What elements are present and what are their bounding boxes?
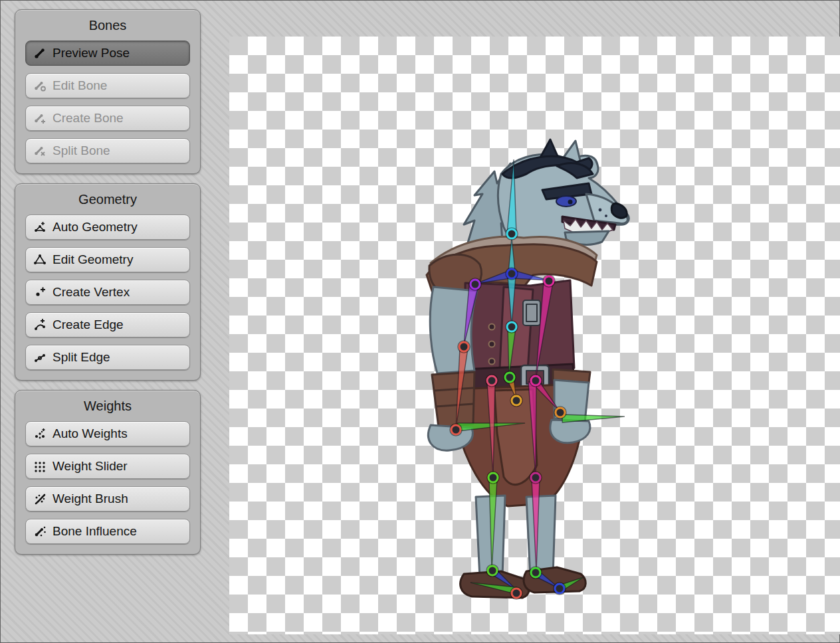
create-bone-icon [33,112,47,125]
edit-bone-icon [33,79,47,92]
edit-bone-button[interactable]: Edit Bone [25,73,190,98]
button-label: Preview Pose [52,46,130,60]
create-edge-button[interactable]: Create Edge [25,312,190,337]
split-edge-icon [33,351,47,364]
tool-sidebar: BonesPreview PoseEdit BoneCreate BoneSpl… [15,9,201,564]
auto-geometry-button[interactable]: Auto Geometry [25,215,190,240]
button-label: Edit Geometry [52,252,133,267]
split-bone-icon [33,144,47,157]
auto-geometry-icon [33,221,47,234]
button-label: Weight Brush [52,492,128,506]
preview-pose-icon [33,46,47,60]
panel-title-weights: Weights [15,391,200,421]
create-edge-icon [33,318,47,331]
weight-slider-icon [33,460,47,473]
panel-title-geometry: Geometry [15,184,200,215]
button-label: Split Edge [52,350,110,365]
weight-brush-button[interactable]: Weight Brush [25,486,190,511]
create-vertex-icon [33,286,47,299]
panel-bones: BonesPreview PoseEdit BoneCreate BoneSpl… [15,9,201,174]
bone-influence-icon [33,525,47,538]
create-vertex-button[interactable]: Create Vertex [25,280,190,305]
split-bone-button[interactable]: Split Bone [25,138,190,163]
edit-geometry-icon [33,253,47,266]
split-edge-button[interactable]: Split Edge [25,345,190,370]
sprite-canvas[interactable] [229,37,840,634]
auto-weights-button[interactable]: Auto Weights [25,421,190,446]
panel-geometry: GeometryAuto GeometryEdit GeometryCreate… [15,183,201,381]
button-label: Split Bone [52,143,110,158]
edit-geometry-button[interactable]: Edit Geometry [25,247,190,272]
panel-title-bones: Bones [15,10,200,41]
auto-weights-icon [33,427,47,440]
button-label: Create Vertex [52,285,130,300]
create-bone-button[interactable]: Create Bone [25,106,190,131]
button-label: Create Edge [52,318,124,332]
weight-slider-button[interactable]: Weight Slider [25,454,190,479]
button-label: Auto Weights [52,426,128,441]
preview-pose-button[interactable]: Preview Pose [25,41,190,66]
weight-brush-icon [33,492,47,505]
bone-influence-button[interactable]: Bone Influence [25,519,190,544]
button-label: Create Bone [52,111,124,126]
button-label: Auto Geometry [52,220,138,234]
button-label: Bone Influence [52,524,137,539]
button-label: Weight Slider [52,459,128,474]
panel-weights: WeightsAuto WeightsWeight SliderWeight B… [15,390,201,555]
button-label: Edit Bone [52,78,107,93]
skinning-editor-window: { "app": { "name": "2D Skinning Editor" … [0,0,840,643]
